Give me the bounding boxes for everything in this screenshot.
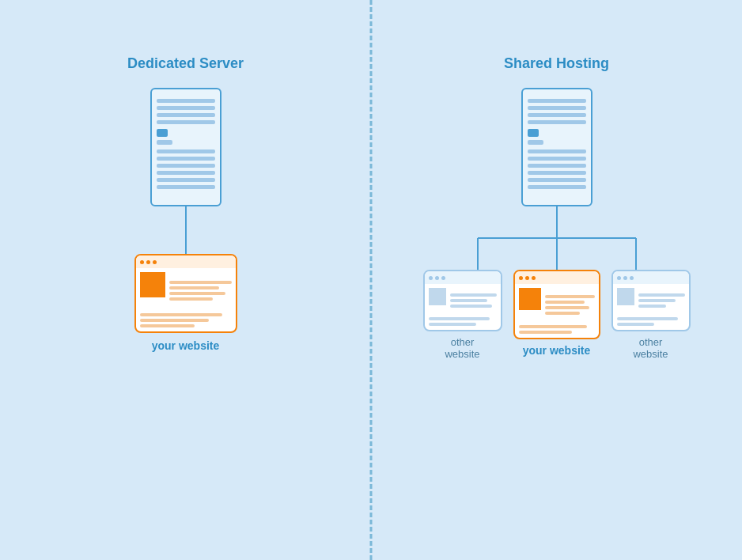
- browser-dot: [623, 276, 627, 280]
- connector-line: [185, 206, 187, 254]
- main-container: Dedicated Server: [0, 0, 742, 560]
- server-line: [157, 157, 215, 161]
- browser-dot: [140, 260, 144, 264]
- shared-server-icon: [521, 88, 592, 206]
- browser-bottom-lines: [425, 317, 501, 330]
- browser-text-line: [519, 331, 572, 334]
- browser-dot: [435, 276, 439, 280]
- browser-text-line: [545, 295, 595, 298]
- your-website-browser: [513, 270, 600, 339]
- dedicated-server-title: Dedicated Server: [127, 55, 244, 72]
- browser-text-line: [450, 305, 492, 308]
- server-line: [157, 185, 215, 189]
- server-lines-bottom: [528, 149, 586, 189]
- server-line: [157, 99, 215, 103]
- server-line: [528, 171, 586, 175]
- browser-text-line: [638, 305, 666, 308]
- server-line: [528, 164, 586, 168]
- browser-dot: [429, 276, 433, 280]
- other-website-browser-1: [423, 270, 502, 331]
- browser-bottom-lines: [613, 317, 689, 330]
- browser-image: [617, 288, 634, 305]
- browser-text-line: [638, 293, 685, 297]
- browser-content: [613, 284, 689, 317]
- other-website-label-1: other website: [445, 336, 479, 360]
- browser-dot: [153, 260, 157, 264]
- browser-text-lines: [169, 272, 232, 309]
- server-indicator2: [157, 140, 172, 145]
- server-line: [157, 149, 215, 153]
- browser-text-line: [545, 312, 580, 315]
- server-line: [528, 106, 586, 110]
- server-lines-bottom: [157, 149, 215, 189]
- browser-text-lines: [450, 288, 497, 313]
- browser-dot: [525, 276, 529, 280]
- browser-bottom-lines: [515, 325, 599, 338]
- browser-bar: [613, 271, 689, 284]
- browser-text-line: [450, 299, 487, 302]
- shared-website-right: other website: [611, 270, 691, 360]
- browser-text-line: [638, 299, 676, 302]
- browser-text-lines: [545, 288, 595, 321]
- server-line: [528, 185, 586, 189]
- server-line: [157, 164, 215, 168]
- browser-text-line: [545, 301, 585, 304]
- shared-websites-row: other website: [423, 270, 691, 360]
- browser-text-line: [617, 323, 654, 326]
- server-line: [157, 178, 215, 182]
- browser-image: [429, 288, 446, 305]
- other-website-browser-2: [611, 270, 691, 331]
- dedicated-server-icon: [150, 88, 221, 206]
- browser-bar: [515, 271, 599, 284]
- server-line: [528, 149, 586, 153]
- browser-dot: [630, 276, 634, 280]
- server-lines-top: [157, 99, 215, 124]
- browser-dot: [519, 276, 523, 280]
- shared-website-left: other website: [423, 270, 502, 360]
- browser-text-line: [169, 292, 225, 295]
- browser-text-line: [169, 286, 219, 289]
- server-line: [528, 113, 586, 117]
- browser-content: [515, 284, 599, 325]
- browser-text-line: [545, 306, 590, 309]
- browser-dot: [146, 260, 150, 264]
- browser-text-line: [140, 324, 195, 327]
- browser-text-line: [429, 317, 490, 320]
- dedicated-server-panel: Dedicated Server: [0, 0, 371, 560]
- server-line: [528, 99, 586, 103]
- shared-hosting-panel: Shared Hosting: [371, 0, 742, 560]
- shared-hosting-title: Shared Hosting: [504, 55, 609, 72]
- browser-text-line: [140, 313, 222, 316]
- other-website-label-2: other website: [633, 336, 668, 360]
- server-line: [528, 120, 586, 124]
- server-line: [157, 171, 215, 175]
- browser-bar: [136, 255, 236, 268]
- your-website-label: your website: [523, 344, 591, 357]
- server-line: [528, 178, 586, 182]
- server-line: [157, 120, 215, 124]
- browser-content: [136, 268, 236, 313]
- browser-text-line: [450, 293, 497, 297]
- browser-text-lines: [638, 288, 685, 313]
- browser-text-line: [140, 319, 209, 322]
- shared-website-center: your website: [513, 270, 600, 357]
- server-line: [157, 113, 215, 117]
- browser-content: [425, 284, 501, 317]
- browser-text-line: [169, 297, 213, 301]
- server-line: [157, 106, 215, 110]
- shared-connector-svg: [430, 206, 683, 270]
- server-indicator: [157, 129, 168, 137]
- server-lines-top: [528, 99, 586, 124]
- dedicated-website-label: your website: [152, 339, 220, 352]
- server-line: [528, 157, 586, 161]
- dedicated-website-browser: [134, 254, 237, 333]
- server-indicator2: [528, 140, 543, 145]
- browser-image: [519, 288, 541, 310]
- browser-bar: [425, 271, 501, 284]
- browser-dot: [617, 276, 621, 280]
- browser-text-line: [429, 323, 476, 326]
- server-indicator: [528, 129, 539, 137]
- browser-image: [140, 272, 165, 297]
- browser-text-line: [169, 281, 232, 284]
- browser-bottom-lines: [136, 313, 236, 331]
